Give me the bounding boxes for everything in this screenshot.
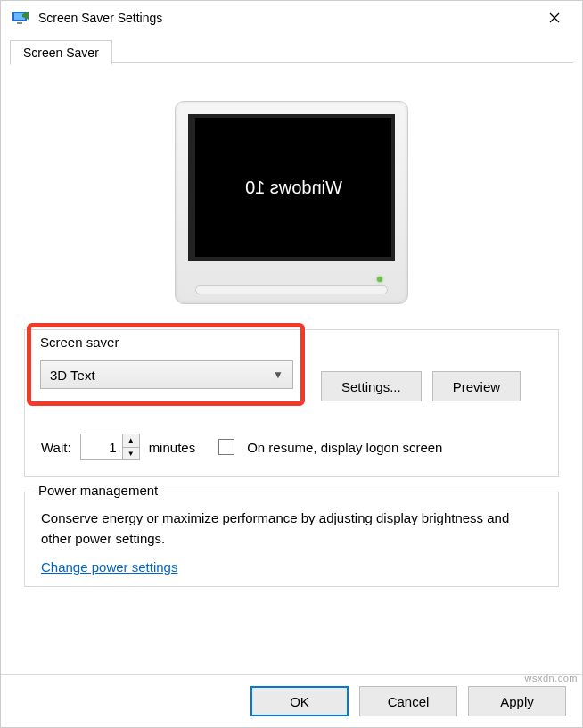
wait-decrement[interactable]: ▼	[123, 448, 139, 460]
window-title: Screen Saver Settings	[38, 11, 534, 25]
close-icon	[549, 12, 560, 23]
preview-3d-text: Windows 10	[245, 176, 342, 199]
wait-input[interactable]	[81, 434, 122, 459]
close-button[interactable]	[534, 4, 575, 31]
resume-checkbox[interactable]	[218, 439, 234, 455]
screen-saver-label: Screen saver	[40, 335, 292, 350]
wait-unit: minutes	[149, 440, 196, 455]
screen-saver-dropdown[interactable]: 3D Text ▼	[40, 360, 293, 389]
highlight-annotation: Screen saver 3D Text ▼	[27, 323, 305, 406]
power-management-group: Power management Conserve energy or maxi…	[24, 492, 559, 587]
titlebar: Screen Saver Settings	[1, 1, 582, 35]
power-led-icon	[377, 277, 382, 282]
resume-label: On resume, display logon screen	[247, 440, 442, 455]
svg-rect-2	[17, 22, 22, 24]
apply-button[interactable]: Apply	[468, 686, 566, 716]
power-description: Conserve energy or maximize performance …	[41, 509, 542, 549]
power-management-label: Power management	[34, 483, 162, 498]
monitor-preview: Windows 10	[24, 74, 559, 329]
wait-spinner[interactable]: ▲ ▼	[80, 434, 140, 460]
preview-button[interactable]: Preview	[432, 371, 521, 401]
screen-saver-settings-window: Screen Saver Settings Screen Saver Windo…	[0, 0, 583, 728]
wait-label: Wait:	[41, 440, 71, 455]
tab-screen-saver[interactable]: Screen Saver	[10, 40, 112, 65]
chevron-down-icon: ▼	[273, 368, 283, 381]
settings-button[interactable]: Settings...	[321, 371, 422, 401]
screen-saver-group: Screen saver 3D Text ▼ Settings... Previ…	[24, 329, 559, 477]
change-power-settings-link[interactable]: Change power settings	[41, 559, 177, 575]
dialog-footer: OK Cancel Apply	[1, 674, 582, 727]
wait-increment[interactable]: ▲	[123, 434, 139, 448]
screen-saver-icon	[12, 10, 29, 26]
cancel-button[interactable]: Cancel	[359, 686, 457, 716]
tab-strip: Screen Saver	[1, 35, 582, 63]
content-area: Windows 10 Screen saver 3D Text ▼	[1, 63, 582, 674]
ok-button[interactable]: OK	[250, 686, 349, 716]
watermark: wsxdn.com	[524, 673, 578, 683]
